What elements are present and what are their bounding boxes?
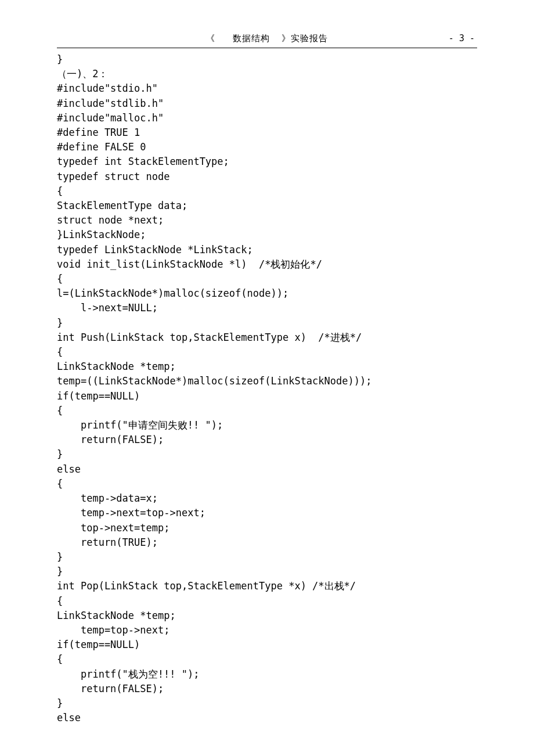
code-line: { xyxy=(57,272,477,286)
code-line: return(FALSE); xyxy=(57,433,477,447)
code-block: }（一)、2：#include"stdio.h"#include"stdlib.… xyxy=(57,52,477,725)
header-title: 《 数据结构 》实验报告 xyxy=(57,33,477,44)
page-number: - 3 - xyxy=(449,33,475,44)
code-line: l->next=NULL; xyxy=(57,301,477,315)
code-line: } xyxy=(57,696,477,711)
code-line: LinkStackNode *temp; xyxy=(57,359,477,374)
code-line: l=(LinkStackNode*)malloc(sizeof(node)); xyxy=(57,286,477,301)
code-line: int Pop(LinkStack top,StackElementType *… xyxy=(57,579,477,593)
code-line: top->next=temp; xyxy=(57,521,477,535)
code-line: printf("申请空间失败!! "); xyxy=(57,418,477,433)
code-line: （一)、2： xyxy=(57,67,477,81)
code-line: { xyxy=(57,345,477,359)
code-line: } xyxy=(57,447,477,462)
code-line: temp=top->next; xyxy=(57,623,477,638)
title-right: 》实验报告 xyxy=(282,33,328,44)
code-line: #include"stdio.h" xyxy=(57,81,477,96)
code-line: } xyxy=(57,564,477,579)
code-line: void init_list(LinkStackNode *l) /*栈初始化*… xyxy=(57,257,477,272)
code-line: int Push(LinkStack top,StackElementType … xyxy=(57,330,477,345)
code-line: typedef int StackElementType; xyxy=(57,154,477,169)
code-line: if(temp==NULL) xyxy=(57,638,477,652)
code-line: if(temp==NULL) xyxy=(57,389,477,404)
code-line: printf("栈为空!!! "); xyxy=(57,667,477,682)
code-line: return(TRUE); xyxy=(57,535,477,550)
code-line: { xyxy=(57,404,477,418)
code-line: else xyxy=(57,711,477,725)
code-line: else xyxy=(57,462,477,477)
code-line: StackElementType data; xyxy=(57,199,477,213)
code-line: temp=((LinkStackNode*)malloc(sizeof(Link… xyxy=(57,374,477,388)
code-line: return(FALSE); xyxy=(57,682,477,696)
code-line: { xyxy=(57,652,477,667)
code-line: } xyxy=(57,316,477,330)
code-line: { xyxy=(57,184,477,199)
title-left-bracket: 《 xyxy=(206,33,215,44)
code-line: temp->next=top->next; xyxy=(57,506,477,520)
code-line: #define TRUE 1 xyxy=(57,125,477,140)
code-line: struct node *next; xyxy=(57,213,477,228)
code-line: { xyxy=(57,594,477,609)
code-line: } xyxy=(57,550,477,564)
code-line: #define FALSE 0 xyxy=(57,140,477,154)
code-line: typedef struct node xyxy=(57,170,477,184)
page-header: 《 数据结构 》实验报告 - 3 - xyxy=(57,32,477,48)
code-line: { xyxy=(57,477,477,491)
code-line: temp->data=x; xyxy=(57,491,477,506)
title-mid: 数据结构 xyxy=(233,33,270,44)
code-line: #include"stdlib.h" xyxy=(57,96,477,111)
code-line: #include"malloc.h" xyxy=(57,111,477,125)
code-line: }LinkStackNode; xyxy=(57,228,477,242)
code-line: LinkStackNode *temp; xyxy=(57,609,477,623)
code-line: } xyxy=(57,52,477,67)
code-line: typedef LinkStackNode *LinkStack; xyxy=(57,243,477,257)
